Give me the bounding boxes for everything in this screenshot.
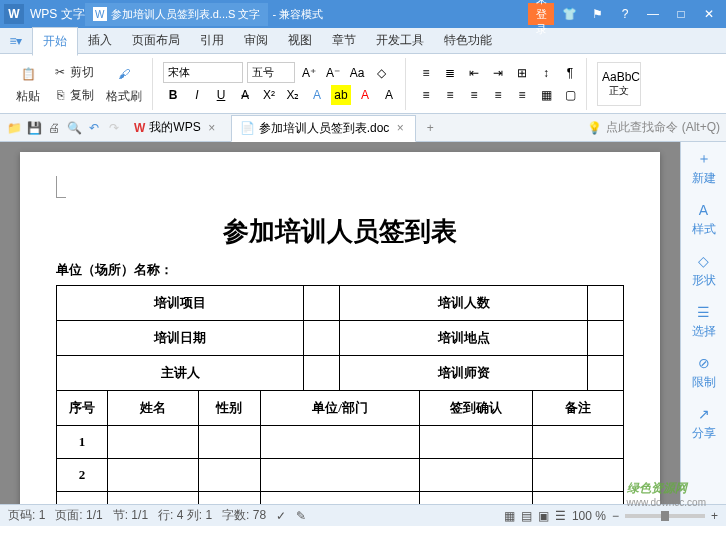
superscript-button[interactable]: X² xyxy=(259,85,279,105)
print-icon[interactable]: 🖨 xyxy=(46,120,62,136)
wps-small-icon: W xyxy=(134,121,145,135)
para-marks-button[interactable]: ¶ xyxy=(560,63,580,83)
file-menu-icon[interactable]: ≡▾ xyxy=(4,29,28,53)
find-command-hint[interactable]: 💡 点此查找命令 (Alt+Q) xyxy=(587,119,720,136)
sp-shape[interactable]: ◇形状 xyxy=(692,252,716,289)
format-painter-button[interactable]: 🖌 格式刷 xyxy=(102,60,146,107)
font-family-select[interactable]: 宋体 xyxy=(163,62,243,83)
signin-table: 序号 姓名 性别 单位/部门 签到确认 备注 1 2 xyxy=(56,390,624,505)
sb-input-icon[interactable]: ✎ xyxy=(296,509,306,523)
align-distribute-button[interactable]: ≡ xyxy=(512,85,532,105)
subscript-button[interactable]: X₂ xyxy=(283,85,303,105)
bullets-button[interactable]: ≡ xyxy=(416,63,436,83)
highlight-button[interactable]: ab xyxy=(331,85,351,105)
tshirt-icon[interactable]: 👕 xyxy=(556,3,582,25)
minimize-button[interactable]: — xyxy=(640,3,666,25)
shading-button[interactable]: ▢ xyxy=(560,85,580,105)
font-border-button[interactable]: A xyxy=(379,85,399,105)
doc-small-icon: 📄 xyxy=(240,121,255,135)
zoom-in-button[interactable]: + xyxy=(711,509,718,523)
menu-view[interactable]: 视图 xyxy=(278,27,322,54)
zoom-value[interactable]: 100 % xyxy=(572,509,606,523)
font-size-select[interactable]: 五号 xyxy=(247,62,295,83)
zoom-slider[interactable] xyxy=(625,514,705,518)
compat-mode-label: - 兼容模式 xyxy=(272,7,323,22)
paste-button[interactable]: 📋 粘贴 xyxy=(12,60,44,107)
close-button[interactable]: ✕ xyxy=(696,3,722,25)
tab-close-icon[interactable]: × xyxy=(393,121,407,135)
title-doc-name: 参加培训人员签到表.d...S 文字 xyxy=(111,7,261,22)
info-row: 培训日期培训地点 xyxy=(57,321,624,356)
sp-select[interactable]: ☰选择 xyxy=(692,303,716,340)
login-button[interactable]: 未登录 xyxy=(528,3,554,25)
table-grid-button[interactable]: ▦ xyxy=(536,85,556,105)
save-icon[interactable]: 💾 xyxy=(26,120,42,136)
info-table: 培训项目培训人数 培训日期培训地点 主讲人培训师资 xyxy=(56,285,624,391)
sp-new[interactable]: ＋新建 xyxy=(692,150,716,187)
file-tabs-bar: 📁 💾 🖨 🔍 ↶ ↷ W 我的WPS × 📄 参加培训人员签到表.doc × … xyxy=(0,114,726,142)
document-canvas[interactable]: 参加培训人员签到表 单位（场所）名称： 培训项目培训人数 培训日期培训地点 主讲… xyxy=(0,142,680,504)
shape-icon: ◇ xyxy=(695,252,713,270)
sp-share[interactable]: ↗分享 xyxy=(692,405,716,442)
menu-references[interactable]: 引用 xyxy=(190,27,234,54)
zoom-thumb[interactable] xyxy=(661,511,669,521)
help-icon[interactable]: ? xyxy=(612,3,638,25)
align-justify-button[interactable]: ≡ xyxy=(488,85,508,105)
sp-restrict[interactable]: ⊘限制 xyxy=(692,354,716,391)
menu-devtools[interactable]: 开发工具 xyxy=(366,27,434,54)
underline-button[interactable]: U xyxy=(211,85,231,105)
change-case-button[interactable]: Aa xyxy=(347,63,367,83)
view-read-icon[interactable]: ▤ xyxy=(521,509,532,523)
menu-features[interactable]: 特色功能 xyxy=(434,27,502,54)
new-tab-button[interactable]: + xyxy=(420,118,440,138)
indent-dec-button[interactable]: ⇤ xyxy=(464,63,484,83)
undo-icon[interactable]: ↶ xyxy=(86,120,102,136)
share-icon: ↗ xyxy=(695,405,713,423)
unit-label: 单位（场所）名称： xyxy=(56,261,624,279)
copy-button[interactable]: ⎘复制 xyxy=(48,85,98,106)
indent-inc-button[interactable]: ⇥ xyxy=(488,63,508,83)
cut-button[interactable]: ✂剪切 xyxy=(48,62,98,83)
menu-review[interactable]: 审阅 xyxy=(234,27,278,54)
open-folder-icon[interactable]: 📁 xyxy=(6,120,22,136)
document-tab[interactable]: 📄 参加培训人员签到表.doc × xyxy=(231,115,417,142)
flag-icon[interactable]: ⚑ xyxy=(584,3,610,25)
tab-close-icon[interactable]: × xyxy=(205,121,219,135)
preview-icon[interactable]: 🔍 xyxy=(66,120,82,136)
sb-page: 页面: 1/1 xyxy=(55,507,102,524)
align-right-button[interactable]: ≡ xyxy=(464,85,484,105)
paste-icon: 📋 xyxy=(16,62,40,86)
align-center-button[interactable]: ≡ xyxy=(440,85,460,105)
ruler-button[interactable]: ⊞ xyxy=(512,63,532,83)
view-web-icon[interactable]: ▣ xyxy=(538,509,549,523)
align-left-button[interactable]: ≡ xyxy=(416,85,436,105)
menu-layout[interactable]: 页面布局 xyxy=(122,27,190,54)
zoom-out-button[interactable]: − xyxy=(612,509,619,523)
numbering-button[interactable]: ≣ xyxy=(440,63,460,83)
ribbon: 📋 粘贴 ✂剪切 ⎘复制 🖌 格式刷 宋体 五号 A⁺ A⁻ Aa ◇ B I … xyxy=(0,54,726,114)
menu-section[interactable]: 章节 xyxy=(322,27,366,54)
menu-insert[interactable]: 插入 xyxy=(78,27,122,54)
data-row: 1 xyxy=(57,425,624,458)
mywps-tab[interactable]: W 我的WPS × xyxy=(126,115,227,140)
clear-format-button[interactable]: ◇ xyxy=(371,63,391,83)
view-print-icon[interactable]: ▦ xyxy=(504,509,515,523)
maximize-button[interactable]: □ xyxy=(668,3,694,25)
increase-font-button[interactable]: A⁺ xyxy=(299,63,319,83)
bold-button[interactable]: B xyxy=(163,85,183,105)
scissors-icon: ✂ xyxy=(52,64,68,80)
font-effect-button[interactable]: A xyxy=(307,85,327,105)
line-spacing-button[interactable]: ↕ xyxy=(536,63,556,83)
sp-style[interactable]: A样式 xyxy=(692,201,716,238)
font-color-button[interactable]: A xyxy=(355,85,375,105)
style-normal[interactable]: AaBbC 正文 xyxy=(597,62,641,106)
redo-icon[interactable]: ↷ xyxy=(106,120,122,136)
strike-button[interactable]: A̶ xyxy=(235,85,255,105)
document-page: 参加培训人员签到表 单位（场所）名称： 培训项目培训人数 培训日期培训地点 主讲… xyxy=(20,152,660,504)
view-outline-icon[interactable]: ☰ xyxy=(555,509,566,523)
italic-button[interactable]: I xyxy=(187,85,207,105)
title-doc-tab[interactable]: W 参加培训人员签到表.d...S 文字 xyxy=(85,3,269,26)
menu-start[interactable]: 开始 xyxy=(32,27,78,56)
decrease-font-button[interactable]: A⁻ xyxy=(323,63,343,83)
sb-spellcheck-icon[interactable]: ✓ xyxy=(276,509,286,523)
